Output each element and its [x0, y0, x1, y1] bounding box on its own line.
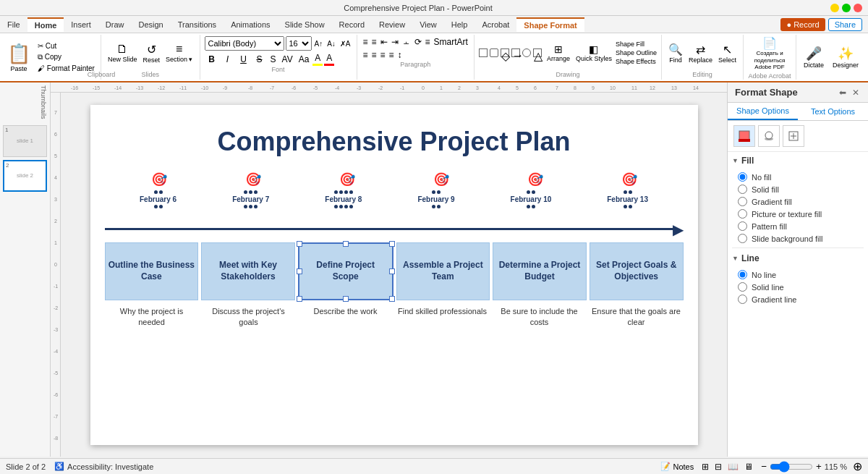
- tab-acrobat[interactable]: Acrobat: [475, 18, 516, 31]
- task-4[interactable]: Assemble a Project Team: [396, 242, 490, 300]
- line-section-header[interactable]: ▼ Line: [732, 250, 864, 267]
- handle-tc[interactable]: [343, 241, 349, 247]
- fill-option-slide-bg[interactable]: Slide background fill: [738, 232, 858, 245]
- italic-button[interactable]: I: [221, 54, 235, 65]
- arrange-button[interactable]: ⊞ Arrange: [545, 42, 572, 64]
- panel-close-button[interactable]: ✕: [851, 88, 861, 98]
- designer-button[interactable]: ✨ Designer: [830, 44, 861, 70]
- task-2[interactable]: Meet with Key Stakeholders: [201, 242, 295, 300]
- fill-section-header[interactable]: ▼ Fill: [732, 152, 864, 169]
- presenter-view-button[interactable]: 🖥: [742, 461, 755, 473]
- align-right-button[interactable]: ≡: [379, 49, 387, 61]
- line-option-no-line[interactable]: No line: [738, 268, 858, 281]
- shape-line[interactable]: [479, 48, 488, 57]
- zoom-slider[interactable]: [770, 461, 813, 473]
- fill-option-solid[interactable]: Solid fill: [738, 183, 858, 195]
- text-highlight-button[interactable]: A: [312, 52, 323, 66]
- paste-button[interactable]: 📋 Paste: [3, 35, 35, 80]
- char-spacing-button[interactable]: AV: [280, 54, 295, 65]
- handle-mr[interactable]: [389, 268, 395, 274]
- text-options-tab[interactable]: Text Options: [798, 103, 868, 120]
- increase-indent-button[interactable]: ⇥: [390, 36, 400, 48]
- quick-styles-button[interactable]: ◧ Quick Styles: [574, 42, 614, 64]
- adobe-pdf-button[interactable]: 📄 Создать и поделиться Adobe PDF: [748, 35, 791, 72]
- reset-button[interactable]: ↺ Reset: [140, 41, 162, 65]
- maximize-button[interactable]: [842, 4, 851, 12]
- justify-button[interactable]: ≡: [388, 49, 396, 61]
- task-3-selected[interactable]: Define Project Scope: [298, 242, 393, 300]
- shape-rect[interactable]: [490, 48, 498, 57]
- numbering-button[interactable]: ≡: [370, 36, 378, 48]
- thumb-1[interactable]: 1 slide 1: [3, 125, 47, 157]
- text-shadow-button[interactable]: S: [268, 54, 278, 65]
- underline-button[interactable]: U: [237, 54, 251, 65]
- copy-button[interactable]: ⧉ Copy: [35, 52, 98, 62]
- minimize-button[interactable]: [830, 4, 839, 12]
- share-button[interactable]: Share: [828, 18, 862, 31]
- strikethrough-button[interactable]: S: [252, 54, 267, 65]
- find-button[interactable]: 🔍 Find: [666, 41, 685, 65]
- task-5[interactable]: Determine a Project Budget: [493, 242, 587, 300]
- columns-button[interactable]: ⫠: [401, 36, 412, 48]
- tab-slideshow[interactable]: Slide Show: [278, 18, 332, 31]
- handle-bl[interactable]: [297, 296, 302, 302]
- tab-record[interactable]: Record: [332, 18, 372, 31]
- slide[interactable]: Comprehensive Project Plan 🎯 🎯 🎯 🎯 🎯 🎯: [90, 105, 698, 445]
- font-size-select[interactable]: 16: [286, 36, 312, 51]
- fit-slide-button[interactable]: ⊕: [853, 460, 862, 473]
- align-text-button[interactable]: ≡: [424, 36, 432, 48]
- notes-button[interactable]: 📝 Notes: [660, 462, 694, 471]
- decrease-indent-button[interactable]: ⇤: [379, 36, 389, 48]
- task-1[interactable]: Outline the Business Case: [105, 242, 199, 300]
- smartart-button[interactable]: SmartArt: [433, 36, 469, 48]
- tab-home[interactable]: Home: [27, 17, 64, 32]
- panel-back-button[interactable]: ⬅: [838, 88, 848, 98]
- fill-option-pattern[interactable]: Pattern fill: [738, 220, 858, 232]
- thumb-2[interactable]: 2 slide 2: [3, 160, 47, 192]
- line-radio-gradient[interactable]: [738, 295, 747, 304]
- fill-radio-picture[interactable]: [738, 209, 747, 219]
- increase-font-button[interactable]: A↑: [313, 39, 325, 48]
- shape-effects-button[interactable]: Shape Effects: [616, 58, 657, 65]
- fill-effects-button[interactable]: [733, 125, 755, 147]
- bullets-button[interactable]: ≡: [362, 36, 370, 48]
- handle-bc[interactable]: [343, 296, 349, 302]
- shadow-effects-button[interactable]: [758, 125, 780, 147]
- handle-ml[interactable]: [297, 268, 302, 274]
- fill-option-gradient[interactable]: Gradient fill: [738, 195, 858, 208]
- slide-sorter-button[interactable]: ⊟: [712, 461, 724, 473]
- select-button[interactable]: ↖ Select: [716, 41, 739, 65]
- section-button[interactable]: ≡ Section ▾: [163, 41, 195, 64]
- line-option-solid[interactable]: Solid line: [738, 281, 858, 293]
- align-left-button[interactable]: ≡: [362, 49, 370, 61]
- new-slide-button[interactable]: 🗋 New Slide: [106, 41, 140, 64]
- shape-outline-button[interactable]: Shape Outline: [616, 49, 657, 56]
- line-radio-solid[interactable]: [738, 282, 747, 292]
- tab-animations[interactable]: Animations: [224, 18, 277, 31]
- tab-shape-format[interactable]: Shape Format: [516, 17, 584, 32]
- fill-option-no-fill[interactable]: No fill: [738, 171, 858, 183]
- tab-design[interactable]: Design: [131, 18, 170, 31]
- clear-format-button[interactable]: ✗A: [339, 39, 352, 48]
- decrease-font-button[interactable]: A↓: [326, 39, 337, 48]
- shape-options-tab[interactable]: Shape Options: [728, 103, 798, 120]
- shape-diamond[interactable]: ◇: [501, 48, 509, 57]
- close-button[interactable]: [854, 4, 862, 12]
- zoom-out-button[interactable]: −: [761, 461, 767, 472]
- dictate-button[interactable]: 🎤 Dictate: [801, 44, 827, 70]
- shape-triangle[interactable]: △: [533, 48, 542, 57]
- shape-oval[interactable]: [522, 48, 531, 57]
- normal-view-button[interactable]: ⊞: [699, 461, 711, 473]
- fill-radio-no-fill[interactable]: [738, 172, 747, 182]
- handle-tr[interactable]: [389, 241, 395, 247]
- fill-radio-solid[interactable]: [738, 185, 747, 194]
- font-color-button[interactable]: A: [324, 52, 334, 66]
- tab-insert[interactable]: Insert: [64, 18, 98, 31]
- shape-fill-button[interactable]: Shape Fill: [616, 41, 657, 48]
- tab-file[interactable]: File: [0, 18, 27, 31]
- line-radio-no-line[interactable]: [738, 270, 747, 279]
- text-direction-button[interactable]: ⟳: [413, 36, 423, 48]
- tab-draw[interactable]: Draw: [98, 18, 132, 31]
- fill-option-picture[interactable]: Picture or texture fill: [738, 208, 858, 220]
- handle-br[interactable]: [389, 296, 395, 302]
